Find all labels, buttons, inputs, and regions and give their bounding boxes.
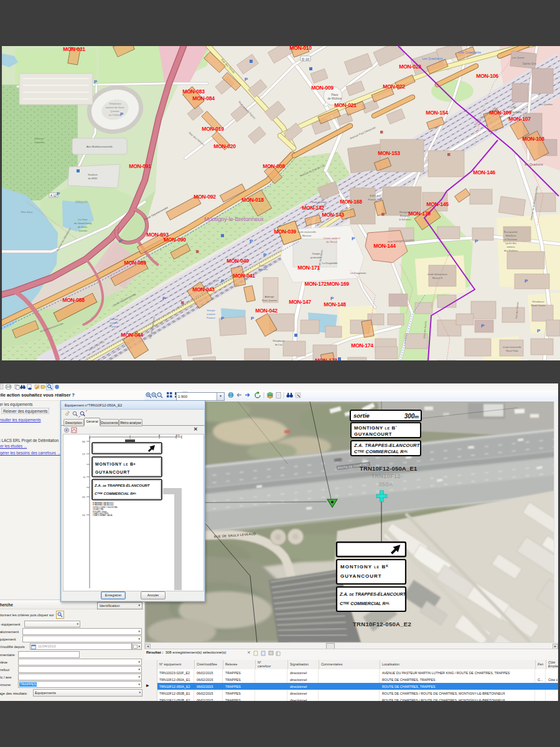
svg-text:MON-109: MON-109: [489, 110, 511, 116]
svg-text:La Dragonfide: La Dragonfide: [322, 261, 338, 265]
svg-text:Pasteur: Pasteur: [207, 316, 215, 319]
svg-text:MON-179: MON-179: [408, 210, 431, 217]
svg-text:de BMX: de BMX: [88, 177, 98, 180]
svg-text:2 MATS DEPART GALVA: 2 MATS DEPART GALVA: [93, 514, 113, 517]
svg-text:MON-106: MON-106: [476, 73, 498, 79]
svg-text:Saint-Quentin: Saint-Quentin: [312, 200, 327, 204]
svg-text:8 8: 8 8: [176, 434, 180, 437]
svg-text:Sainte-Sne: Sainte-Sne: [523, 62, 537, 65]
svg-text:MON-107: MON-107: [508, 116, 531, 122]
svg-text:Vélodrome: Vélodrome: [109, 102, 121, 105]
svg-text:Aire Multifonctionnelle: Aire Multifonctionnelle: [86, 145, 113, 148]
svg-text:P: P: [221, 316, 225, 321]
svg-text:MON-108: MON-108: [522, 136, 544, 142]
svg-text:MON-090: MON-090: [164, 237, 186, 243]
svg-text:GUYANCOURT: GUYANCOURT: [95, 470, 130, 474]
svg-text:MON-171: MON-171: [297, 265, 320, 271]
svg-text:MON-019: MON-019: [202, 126, 224, 132]
svg-text:Pasteur: Pasteur: [110, 325, 118, 328]
svg-text:des Sorbiers: des Sorbiers: [504, 249, 518, 252]
svg-text:Saint-Quentin: Saint-Quentin: [262, 299, 277, 302]
svg-text:sortie: sortie: [353, 412, 370, 419]
svg-text:Temple: Temple: [312, 252, 321, 255]
svg-text:P: P: [221, 278, 225, 284]
svg-text:Centre médical: Centre médical: [324, 237, 340, 240]
svg-text:MON-088: MON-088: [62, 297, 85, 303]
svg-text:P: P: [263, 252, 267, 258]
svg-text:métiers: métiers: [506, 245, 515, 248]
svg-text:P: P: [119, 238, 123, 244]
svg-text:Parking: Parking: [259, 264, 268, 267]
svg-text:MON-091: MON-091: [129, 163, 151, 169]
svg-text:MON-144: MON-144: [373, 243, 396, 249]
svg-text:et Tourisme: et Tourisme: [505, 238, 518, 241]
svg-text:Marius-R: Marius-R: [432, 276, 442, 280]
svg-text:150: 150: [82, 514, 86, 517]
svg-text:MON-009: MON-009: [311, 85, 334, 91]
svg-text:du Lac: du Lac: [275, 343, 282, 346]
svg-text:& Services: & Services: [399, 218, 411, 221]
svg-text:MON-169: MON-169: [327, 281, 349, 287]
svg-text:Quentin: Quentin: [78, 229, 87, 232]
svg-text:Z.A. TRAPPES-ELANCOURT: Z.A. TRAPPES-ELANCOURT: [353, 443, 421, 448]
svg-text:école maternelle: école maternelle: [297, 230, 316, 233]
svg-text:P: P: [481, 323, 485, 329]
svg-text:MON-142: MON-142: [302, 205, 324, 211]
svg-text:Auberge: Auberge: [264, 295, 274, 298]
svg-text:TRN10F12-050A_E1: TRN10F12-050A_E1: [360, 465, 418, 472]
svg-text:MON-174: MON-174: [351, 342, 373, 349]
svg-text:GUYANCOURT: GUYANCOURT: [354, 431, 392, 437]
svg-text:EXPLEO: EXPLEO: [370, 194, 381, 197]
svg-text:300: 300: [82, 441, 86, 443]
svg-text:050A: 050A: [379, 481, 393, 487]
svg-text:P: P: [352, 236, 355, 242]
svg-text:les Quadrons: les Quadrons: [525, 162, 543, 166]
svg-text:Z.A. DE TRAPPES-ÉLANCOURT: Z.A. DE TRAPPES-ÉLANCOURT: [94, 483, 151, 487]
svg-text:Mansart: Mansart: [302, 234, 312, 237]
svg-text:Aqueduc: Aqueduc: [258, 268, 268, 271]
svg-text:Les Quatre: Les Quatre: [512, 56, 525, 59]
svg-text:Groupe: Groupe: [207, 309, 215, 312]
svg-text:La Croix: La Croix: [78, 218, 88, 221]
svg-text:Hôtellerie: Hôtellerie: [506, 234, 517, 237]
svg-text:MON-044: MON-044: [121, 332, 143, 338]
svg-text:école maternelle: école maternelle: [503, 345, 521, 349]
svg-text:en-Yvelines: en-Yvelines: [109, 113, 122, 116]
svg-text:Place: Place: [331, 93, 338, 96]
svg-text:MON-084: MON-084: [192, 95, 215, 101]
svg-text:de Wicklow: de Wicklow: [328, 97, 343, 100]
svg-text:MON-023: MON-023: [399, 63, 421, 70]
svg-text:Stadium: Stadium: [88, 173, 98, 176]
svg-text:Les Quadrants: Les Quadrants: [459, 50, 481, 54]
svg-text:MON-148: MON-148: [324, 301, 346, 308]
svg-text:TRN10F12-: TRN10F12-: [371, 473, 403, 479]
svg-text:300m: 300m: [404, 413, 419, 420]
svg-text:A 12: A 12: [50, 194, 57, 197]
svg-text:P: P: [245, 77, 248, 82]
svg-text:MON-041: MON-041: [233, 273, 255, 279]
svg-text:MON-039: MON-039: [274, 228, 296, 235]
svg-text:LAE: LAE: [511, 106, 516, 109]
svg-text:Réserve: Réserve: [35, 137, 45, 140]
svg-text:MON-083: MON-083: [182, 88, 205, 95]
svg-text:P: P: [537, 328, 541, 334]
svg-text:naturelle: naturelle: [34, 141, 44, 144]
svg-text:Montigny-le-Bretonneux: Montigny-le-Bretonneux: [204, 216, 264, 222]
svg-text:Groupe: Groupe: [110, 317, 118, 321]
svg-text:école élémentaire: école élémentaire: [427, 273, 447, 276]
svg-text:MON-008: MON-008: [263, 163, 285, 169]
svg-text:MON-089: MON-089: [124, 260, 146, 266]
svg-text:protestant: protestant: [310, 256, 322, 259]
svg-text:TRN10F12-050A_E2: TRN10F12-050A_E2: [353, 621, 411, 627]
svg-text:MON-022: MON-022: [383, 83, 405, 90]
svg-text:MONTIGNY LE BK: MONTIGNY LE BK: [340, 564, 389, 570]
svg-text:MONTIGNY LE B³: MONTIGNY LE B³: [354, 425, 397, 431]
svg-text:MON-173: MON-173: [315, 357, 337, 361]
svg-text:50: 50: [83, 476, 85, 479]
svg-text:175: 175: [82, 453, 86, 456]
svg-text:P: P: [251, 316, 254, 321]
svg-text:Résidence: Résidence: [273, 339, 286, 342]
svg-text:national de Saint-: national de Saint-: [105, 106, 125, 109]
svg-text:MON-021: MON-021: [334, 102, 357, 108]
svg-text:MON-154: MON-154: [426, 110, 448, 116]
